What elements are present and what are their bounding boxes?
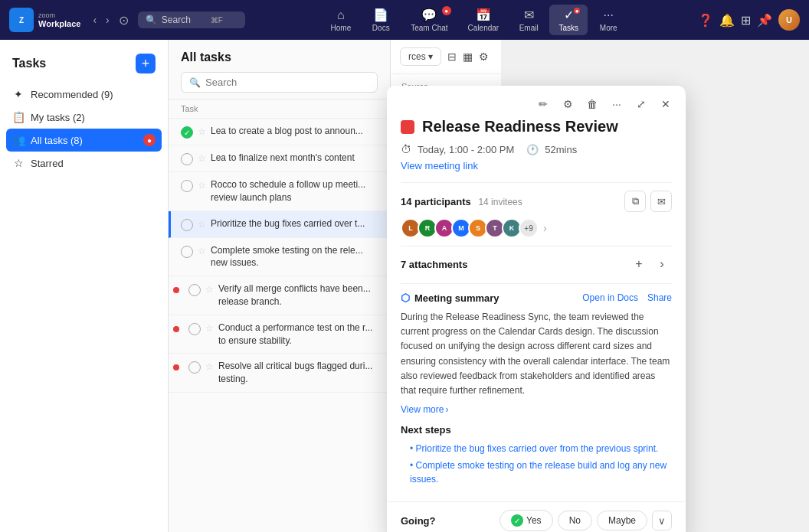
task-item[interactable]: ☆ Rocco to schedule a follow up meeti...… (169, 172, 390, 211)
task-checkbox[interactable] (188, 284, 201, 296)
meeting-summary-links: Open in Docs Share (582, 292, 672, 303)
task-item[interactable]: ☆ Conduct a performance test on the r...… (169, 315, 390, 354)
nav-history-button[interactable]: ⊙ (119, 13, 129, 28)
nav-forward-button[interactable]: › (103, 11, 113, 29)
attachment-actions: + › (629, 254, 672, 274)
sources-label: rces ▾ (408, 51, 433, 62)
task-checkbox[interactable] (188, 361, 201, 374)
yes-button[interactable]: ✓ Yes (499, 510, 553, 531)
task-checkbox[interactable] (181, 246, 193, 258)
nav-item-teamchat[interactable]: 💬 Team Chat ● (401, 5, 457, 35)
attachments-count: 7 attachments (401, 259, 467, 270)
logo[interactable]: Z zoom Workplace (9, 8, 80, 32)
apps-icon[interactable]: ⊞ (741, 13, 751, 28)
task-search-input[interactable] (205, 77, 369, 88)
task-search-bar[interactable]: 🔍 (181, 72, 378, 93)
task-item[interactable]: ☆ Resolve all critical bugs flagged duri… (169, 354, 390, 393)
yes-check-icon: ✓ (511, 514, 523, 527)
sidebar-item-alltasks[interactable]: 👥 All tasks (8) ● (6, 129, 162, 152)
home-icon: ⌂ (337, 8, 345, 22)
bell-icon[interactable]: 🔔 (719, 13, 735, 28)
task-item-selected[interactable]: ☆ Prioritize the bug fixes carried over … (169, 211, 390, 238)
task-star-icon[interactable]: ☆ (205, 361, 214, 372)
task-item[interactable]: ☆ Verify all merge conflicts have been..… (169, 276, 390, 315)
detail-title-row: Release Readiness Review (401, 118, 672, 135)
more-button[interactable]: ··· (606, 93, 627, 115)
nav-item-home-label: Home (331, 24, 352, 32)
avatars-more: +9 (519, 218, 539, 238)
nav-item-home[interactable]: ⌂ Home (322, 5, 361, 35)
filter-icon[interactable]: ⊟ (447, 51, 457, 63)
task-list-panel: All tasks 🔍 Task ✓ ☆ Lea to create a blo… (169, 40, 391, 532)
nav-item-more-label: More (600, 24, 617, 32)
logo-icon: Z (9, 8, 34, 32)
avatar[interactable]: U (778, 9, 800, 31)
task-text: Resolve all critical bugs flagged duri..… (218, 360, 378, 386)
add-task-button[interactable]: + (136, 54, 156, 73)
email-participants-button[interactable]: ✉ (650, 191, 672, 212)
detail-duration-icon: 🕐 (526, 144, 539, 155)
settings-icon[interactable]: ⚙ (479, 51, 489, 63)
nav-item-calendar[interactable]: 📅 Calendar (459, 5, 509, 35)
sidebar-item-mytasks[interactable]: 📋 My tasks (2) (6, 106, 162, 129)
help-icon[interactable]: ❓ (698, 13, 713, 28)
grid-icon[interactable]: ▦ (463, 51, 473, 63)
share-link[interactable]: Share (647, 292, 672, 303)
edit-button[interactable]: ✏ (532, 93, 554, 115)
nav-item-email-label: Email (519, 24, 539, 32)
add-attachment-button[interactable]: + (629, 254, 649, 274)
task-star-icon[interactable]: ☆ (198, 219, 206, 230)
task-star-icon[interactable]: ☆ (198, 126, 206, 137)
pin-icon[interactable]: 📌 (757, 13, 772, 28)
going-row: Going? ✓ Yes No Maybe ∨ (387, 501, 686, 532)
detail-toolbar: ✏ ⚙ 🗑 ··· ⤢ ✕ (387, 86, 686, 118)
detail-time-text: Today, 1:00 - 2:00 PM (418, 144, 514, 155)
nav-item-tasks[interactable]: ✓ Tasks ● (549, 5, 588, 35)
avatars-expand-icon[interactable]: › (543, 222, 547, 234)
task-checkbox[interactable] (188, 323, 201, 335)
delete-button[interactable]: 🗑 (581, 93, 603, 115)
task-checkbox[interactable]: ✓ (181, 126, 193, 139)
task-checkbox[interactable] (181, 153, 193, 165)
no-button[interactable]: No (558, 511, 592, 530)
task-star-icon[interactable]: ☆ (198, 180, 206, 191)
open-in-docs-link[interactable]: Open in Docs (582, 292, 638, 303)
task-star-icon[interactable]: ☆ (205, 323, 214, 334)
view-meeting-link[interactable]: View meeting link (401, 160, 672, 171)
task-star-icon[interactable]: ☆ (198, 246, 206, 256)
calendar-icon: 📅 (476, 8, 491, 22)
nav-back-button[interactable]: ‹ (90, 11, 100, 29)
sources-filter[interactable]: rces ▾ (400, 47, 441, 66)
next-step-item[interactable]: Prioritize the bug fixes carried over fr… (410, 442, 672, 455)
participant-actions: ⧉ ✉ (624, 191, 672, 212)
task-star-icon[interactable]: ☆ (205, 284, 214, 295)
sidebar-item-recommended[interactable]: ✦ Recommended (9) (6, 83, 162, 106)
expand-button[interactable]: ⤢ (630, 93, 652, 115)
sidebar-item-starred[interactable]: ☆ Starred (6, 152, 162, 175)
task-item[interactable]: ☆ Lea to finalize next month's content (169, 145, 390, 172)
nav-item-more[interactable]: ··· More (589, 5, 627, 35)
detail-duration: 52mins (545, 144, 577, 155)
search-bar[interactable]: 🔍 Search ⌘F (138, 11, 245, 28)
task-checkbox[interactable] (181, 219, 193, 231)
task-star-icon[interactable]: ☆ (198, 153, 206, 164)
task-unread-dot (173, 326, 179, 332)
view-more-button[interactable]: View more › (401, 404, 672, 415)
nav-item-docs-label: Docs (372, 24, 390, 32)
copy-participants-button[interactable]: ⧉ (624, 191, 646, 212)
event-color-indicator (401, 120, 414, 134)
task-item[interactable]: ✓ ☆ Lea to create a blog post to announ.… (169, 119, 390, 145)
participants-row: 14 participants 14 invitees ⧉ ✉ (401, 191, 672, 212)
going-expand-button[interactable]: ∨ (652, 511, 672, 530)
expand-attachments-button[interactable]: › (652, 254, 672, 274)
close-button[interactable]: ✕ (655, 93, 676, 115)
maybe-button[interactable]: Maybe (597, 511, 647, 530)
task-unread-dot (173, 287, 179, 293)
nav-item-docs[interactable]: 📄 Docs (362, 5, 400, 35)
nav-item-email[interactable]: ✉ Email (509, 5, 548, 35)
task-item[interactable]: ☆ Complete smoke testing on the rele... … (169, 238, 390, 277)
settings-button[interactable]: ⚙ (557, 93, 578, 115)
top-navigation: Z zoom Workplace ‹ › ⊙ 🔍 Search ⌘F ⌂ Hom… (0, 0, 809, 40)
task-checkbox[interactable] (181, 180, 193, 192)
next-step-item[interactable]: Complete smoke testing on the release bu… (410, 459, 672, 486)
